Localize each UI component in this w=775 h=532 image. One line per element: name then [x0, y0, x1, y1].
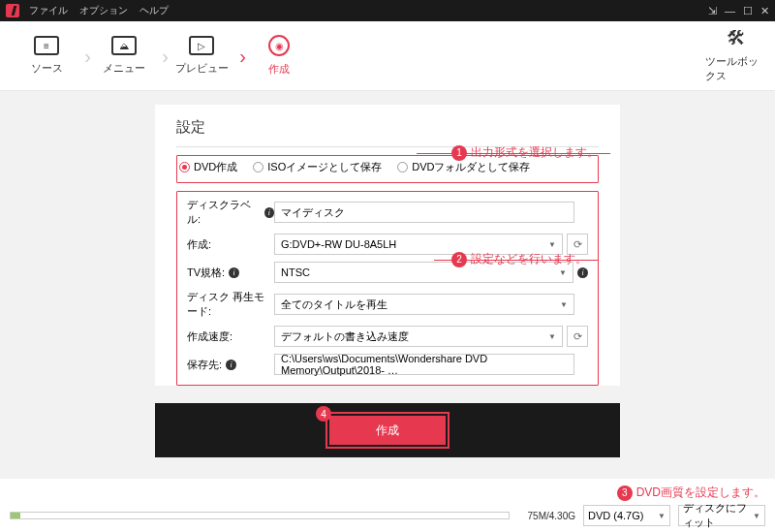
size-progress-fill — [11, 513, 20, 518]
tab-menu[interactable]: ⛰ メニュー › — [85, 27, 163, 85]
tab-create[interactable]: ◉ 作成 — [240, 27, 318, 85]
annotation-1-text: 出力形式を選択します。 — [471, 144, 599, 161]
size-progress-bar — [10, 512, 510, 519]
create-disc-icon: ◉ — [268, 35, 290, 56]
toolbox-icon: 🛠 — [724, 29, 749, 48]
tab-preview[interactable]: ▷ プレビュー › — [163, 27, 240, 85]
tab-source-label: ソース — [31, 61, 63, 76]
tabbar: ≡ ソース › ⛰ メニュー › ▷ プレビュー › ◉ 作成 🛠 ツールボック… — [0, 21, 775, 91]
write-speed-select[interactable]: デフォルトの書き込み速度▼ — [274, 326, 563, 347]
close-icon[interactable]: ✕ — [760, 5, 769, 17]
pin-icon[interactable]: ⇲ — [708, 5, 717, 17]
menu-help[interactable]: ヘルプ — [140, 4, 169, 17]
media-type-select[interactable]: DVD (4.7G)▼ — [583, 505, 670, 526]
play-mode-select[interactable]: 全てのタイトルを再生▼ — [274, 294, 574, 315]
tab-source[interactable]: ≡ ソース › — [8, 27, 85, 85]
annotation-badge-2: 2 — [451, 252, 467, 267]
tv-standard-label: TV規格:i — [187, 266, 274, 280]
tab-toolbox[interactable]: 🛠 ツールボックス — [705, 27, 767, 85]
size-label: 75M/4.30G — [517, 511, 575, 521]
titlebar: ファイル オプション ヘルプ ⇲ — ☐ ✕ — [0, 0, 775, 21]
radio-dot-icon — [397, 162, 408, 172]
create-button[interactable]: 作成 — [329, 416, 446, 445]
info-icon[interactable]: i — [264, 207, 274, 218]
panel-title: 設定 — [176, 118, 599, 137]
radio-folder-label: DVDフォルダとして保存 — [412, 160, 530, 174]
radio-dot-icon — [179, 162, 190, 172]
source-icon: ≡ — [34, 36, 59, 55]
radio-dot-icon — [253, 162, 264, 172]
radio-folder[interactable]: DVDフォルダとして保存 — [397, 160, 530, 174]
disc-label-label: ディスクラベル:i — [187, 198, 274, 227]
create-bar: 作成 — [155, 403, 620, 457]
save-to-label: 保存先:i — [187, 358, 274, 372]
info-icon[interactable]: i — [229, 267, 239, 278]
tab-create-label: 作成 — [268, 62, 290, 77]
save-to-input[interactable]: C:\Users\ws\Documents\Wondershare DVD Me… — [274, 354, 574, 375]
tab-menu-label: メニュー — [103, 61, 145, 76]
content-area: 設定 DVD作成 ISOイメージとして保存 DVDフォルダとして保存 — [0, 91, 775, 479]
annotation-2: 2 設定などを行います。 — [451, 251, 587, 267]
menu-option[interactable]: オプション — [79, 4, 128, 17]
radio-dvd[interactable]: DVD作成 — [179, 160, 237, 174]
info-icon[interactable]: i — [226, 360, 236, 370]
radio-iso-label: ISOイメージとして保存 — [267, 160, 382, 174]
menu-icon: ⛰ — [111, 36, 137, 55]
write-speed-label: 作成速度: — [187, 329, 274, 344]
fit-mode-select[interactable]: ディスクにフィット▼ — [678, 505, 765, 526]
annotation-badge-4: 4 — [316, 406, 331, 422]
annotation-1: 1 出力形式を選択します。 — [451, 144, 599, 161]
maximize-icon[interactable]: ☐ — [743, 5, 753, 17]
minimize-icon[interactable]: — — [725, 5, 735, 16]
app-logo-icon — [6, 4, 19, 17]
annotation-badge-3: 3 — [617, 485, 633, 501]
preview-icon: ▷ — [189, 36, 214, 55]
footer: 3 DVD画質を設定します。 75M/4.30G DVD (4.7G)▼ ディス… — [0, 479, 775, 532]
radio-dvd-label: DVD作成 — [194, 160, 237, 174]
create-target-label: 作成: — [187, 237, 274, 252]
annotation-badge-1: 1 — [451, 145, 467, 161]
create-button-highlight: 作成 — [326, 412, 450, 449]
menu-file[interactable]: ファイル — [29, 4, 68, 17]
settings-form: ディスクラベル:i マイディスク 作成: G:DVD+-RW DU-8A5LH▼… — [176, 191, 599, 386]
annotation-4: 4 — [316, 406, 335, 422]
disc-label-input[interactable]: マイディスク — [274, 202, 574, 223]
refresh-speed-button[interactable]: ⟳ — [567, 326, 588, 347]
annotation-2-text: 設定などを行います。 — [471, 251, 587, 267]
tab-toolbox-label: ツールボックス — [705, 54, 767, 83]
info-icon[interactable]: i — [577, 267, 588, 278]
play-mode-label: ディスク 再生モード: — [187, 290, 274, 319]
tab-preview-label: プレビュー — [175, 61, 229, 76]
annotation-3: 3 DVD画質を設定します。 — [617, 485, 765, 501]
radio-iso[interactable]: ISOイメージとして保存 — [253, 160, 382, 174]
annotation-3-text: DVD画質を設定します。 — [636, 485, 765, 501]
